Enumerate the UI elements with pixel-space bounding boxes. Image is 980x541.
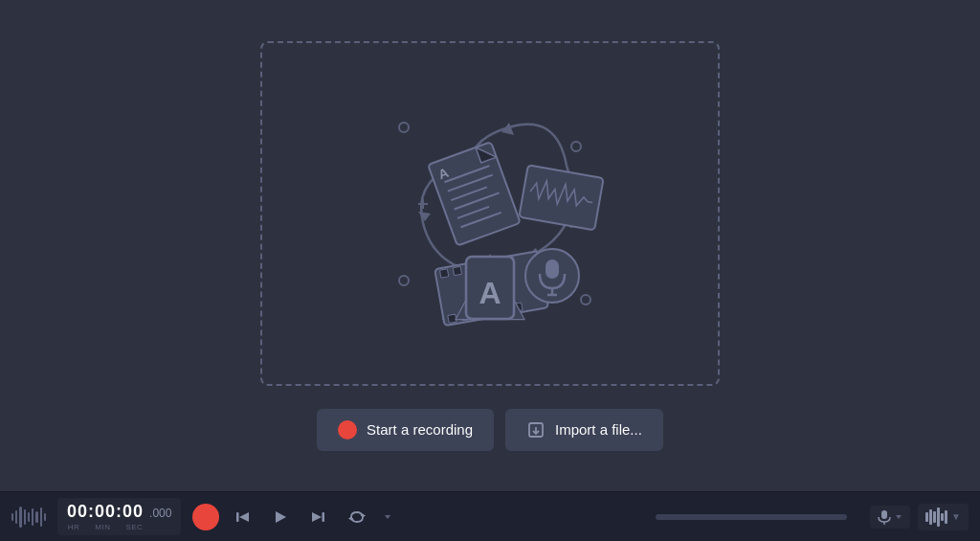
- svg-point-2: [399, 276, 409, 285]
- svg-rect-57: [881, 510, 887, 519]
- illustration: A: [346, 70, 634, 357]
- svg-point-0: [399, 123, 409, 132]
- record-button-label: Start a recording: [367, 421, 473, 438]
- svg-marker-51: [276, 511, 286, 523]
- toolbar: 00:00:00 HR MIN SEC .000: [0, 491, 980, 541]
- svg-point-1: [571, 142, 581, 151]
- play-button[interactable]: [265, 502, 296, 532]
- svg-rect-52: [323, 512, 325, 522]
- svg-rect-26: [439, 268, 448, 277]
- import-button-label: Import a file...: [555, 421, 642, 438]
- time-display: 00:00:00 HR MIN SEC .000: [57, 498, 181, 535]
- svg-text:A: A: [479, 276, 501, 310]
- time-sec-label: SEC: [125, 523, 143, 531]
- svg-marker-14: [418, 212, 431, 221]
- start-recording-button[interactable]: Start a recording: [317, 409, 494, 451]
- loop-dropdown-button[interactable]: [380, 502, 395, 532]
- skip-end-icon: [310, 508, 327, 526]
- loop-icon: [348, 508, 366, 526]
- svg-marker-50: [239, 512, 249, 522]
- record-dot-icon: [338, 420, 357, 440]
- svg-rect-49: [236, 512, 239, 522]
- svg-rect-27: [453, 266, 461, 275]
- svg-rect-32: [448, 314, 457, 323]
- skip-back-button[interactable]: [227, 502, 257, 532]
- svg-marker-53: [312, 512, 322, 522]
- time-min-label: MIN: [95, 523, 110, 531]
- audio-waveform-indicator: [11, 504, 46, 530]
- loop-button[interactable]: [342, 502, 372, 532]
- mic-icon: [878, 509, 891, 525]
- illustration-svg: A: [346, 70, 634, 357]
- skip-back-icon: [234, 508, 251, 526]
- svg-point-3: [581, 295, 590, 304]
- drop-zone[interactable]: A: [260, 41, 720, 386]
- svg-marker-56: [385, 515, 390, 519]
- play-icon: [272, 508, 289, 526]
- skip-end-button[interactable]: [303, 502, 334, 532]
- time-ms-value: .000: [149, 507, 171, 520]
- mic-control[interactable]: [870, 506, 910, 529]
- scrubber-bar[interactable]: [656, 514, 847, 520]
- levels-dropdown-icon: ▼: [951, 511, 961, 522]
- svg-rect-15: [428, 142, 521, 246]
- import-icon: [526, 420, 546, 440]
- import-file-button[interactable]: Import a file...: [505, 409, 663, 451]
- time-value: 00:00:00: [67, 502, 144, 522]
- loop-dropdown-icon: [384, 513, 391, 521]
- toolbar-record-button[interactable]: [192, 504, 219, 530]
- svg-rect-24: [519, 165, 603, 230]
- svg-rect-44: [546, 259, 559, 279]
- time-hr-label: HR: [68, 523, 80, 531]
- svg-marker-54: [362, 513, 366, 518]
- svg-marker-55: [348, 516, 352, 521]
- main-content: A: [0, 0, 980, 491]
- audio-levels-control[interactable]: ▼: [918, 504, 969, 530]
- svg-marker-59: [896, 515, 902, 519]
- action-buttons-row: Start a recording Import a file...: [317, 409, 663, 451]
- mic-dropdown-icon: [895, 513, 902, 521]
